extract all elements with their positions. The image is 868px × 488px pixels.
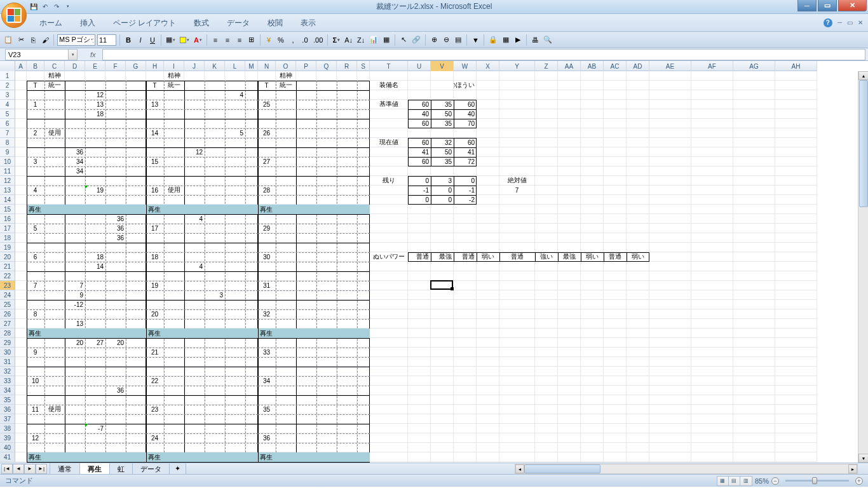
cell[interactable] [775, 424, 817, 433]
cell[interactable] [604, 176, 627, 186]
cell[interactable] [499, 376, 535, 386]
cell[interactable] [245, 309, 258, 319]
cell[interactable] [15, 243, 27, 252]
cell[interactable]: 34 [258, 376, 276, 386]
cell[interactable] [184, 300, 205, 309]
cell[interactable] [276, 224, 296, 233]
cell[interactable] [316, 281, 337, 290]
cell[interactable]: 19 [85, 186, 105, 195]
cell[interactable] [276, 262, 296, 271]
protect-icon[interactable]: 🔒 [487, 34, 499, 46]
cell[interactable] [431, 81, 454, 90]
cell[interactable] [316, 405, 337, 414]
cell[interactable] [408, 376, 431, 386]
cell[interactable] [370, 109, 408, 119]
column-header[interactable]: D [65, 61, 85, 71]
row-header[interactable]: 16 [0, 214, 15, 224]
cell[interactable] [205, 176, 225, 186]
cell[interactable] [558, 443, 581, 452]
decrease-decimal-icon[interactable]: .00 [312, 34, 324, 46]
cell[interactable] [105, 290, 126, 300]
cell[interactable] [627, 443, 649, 452]
cell[interactable] [775, 205, 817, 214]
cell[interactable] [258, 338, 276, 348]
cell[interactable] [408, 357, 431, 367]
cell[interactable] [535, 376, 558, 386]
cell[interactable] [105, 176, 126, 186]
cell[interactable] [604, 205, 627, 214]
cell[interactable] [477, 414, 499, 424]
cell[interactable] [15, 367, 27, 376]
column-header[interactable]: I [164, 61, 184, 71]
cell[interactable] [205, 195, 225, 205]
copy-icon[interactable]: ⎘ [28, 34, 38, 46]
cell[interactable] [604, 367, 627, 376]
cell[interactable] [105, 309, 126, 319]
cell[interactable] [477, 348, 499, 357]
cell[interactable] [85, 281, 105, 290]
cell[interactable]: 13 [85, 100, 105, 109]
cell[interactable]: 18 [146, 252, 164, 262]
row-header[interactable]: 37 [0, 414, 15, 424]
cell[interactable] [627, 166, 649, 176]
cell[interactable] [357, 100, 370, 109]
cell[interactable] [649, 348, 691, 357]
cell[interactable] [205, 338, 225, 348]
cell[interactable] [581, 271, 604, 281]
cell[interactable] [296, 81, 316, 90]
cell[interactable] [276, 338, 296, 348]
cell[interactable] [558, 395, 581, 405]
cell[interactable] [535, 138, 558, 147]
cell[interactable] [627, 300, 649, 309]
cell[interactable] [258, 357, 276, 367]
cell[interactable] [558, 290, 581, 300]
cell[interactable] [581, 424, 604, 433]
cell[interactable] [276, 205, 296, 214]
cell[interactable] [316, 329, 337, 338]
cell[interactable] [85, 271, 105, 281]
cell[interactable] [691, 100, 733, 109]
cell[interactable]: 統一 [276, 81, 296, 90]
cell[interactable] [627, 414, 649, 424]
cell[interactable] [184, 281, 205, 290]
cell[interactable] [535, 338, 558, 348]
cell[interactable] [627, 90, 649, 100]
cell[interactable]: 13 [65, 319, 85, 329]
row-header[interactable]: 10 [0, 157, 15, 166]
cell[interactable] [733, 224, 775, 233]
cell[interactable] [44, 300, 65, 309]
cell[interactable]: 7 [499, 186, 535, 195]
preview-icon[interactable]: 🔍 [542, 34, 553, 46]
cell[interactable] [535, 367, 558, 376]
cell[interactable] [85, 386, 105, 395]
cell[interactable] [184, 443, 205, 452]
cell[interactable] [296, 367, 316, 376]
cell[interactable] [604, 319, 627, 329]
cell[interactable] [85, 176, 105, 186]
cell[interactable] [558, 452, 581, 462]
cell[interactable] [558, 262, 581, 271]
cell[interactable] [316, 71, 337, 81]
autosum-icon[interactable]: Σ [331, 34, 341, 46]
cell[interactable] [775, 138, 817, 147]
cell[interactable] [85, 395, 105, 405]
cell[interactable] [258, 424, 276, 433]
cell[interactable] [604, 338, 627, 348]
cell[interactable] [454, 214, 477, 224]
cell[interactable] [558, 281, 581, 290]
cell[interactable]: 精神 [164, 71, 184, 81]
cell[interactable] [15, 405, 27, 414]
cell[interactable] [258, 414, 276, 424]
cell[interactable] [357, 376, 370, 386]
cell[interactable] [454, 262, 477, 271]
cell[interactable] [126, 233, 146, 243]
cell[interactable] [535, 290, 558, 300]
cell[interactable] [691, 81, 733, 90]
cell[interactable] [535, 109, 558, 119]
cell[interactable] [258, 119, 276, 128]
cell[interactable]: 60 [408, 100, 431, 109]
cell[interactable] [184, 395, 205, 405]
cell[interactable] [627, 195, 649, 205]
cell[interactable] [276, 357, 296, 367]
cell[interactable]: 41 [408, 147, 431, 157]
